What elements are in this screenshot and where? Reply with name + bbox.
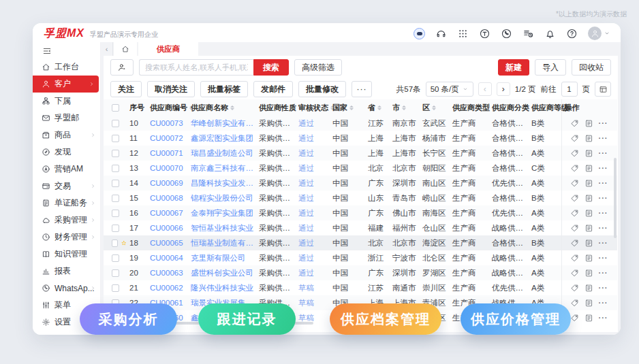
sidebar-item-purchase-mgmt[interactable]: 采购管理 [33,212,100,229]
sidebar-item-marketing-am[interactable]: 营销AM [33,161,100,178]
tag-icon[interactable] [570,209,579,218]
cell-code[interactable]: CU00070 [147,161,188,176]
row-checkbox[interactable] [112,165,119,172]
sidebar-item-report[interactable]: 报表 [33,263,100,280]
detail-icon[interactable] [585,149,593,158]
tag-icon[interactable] [570,149,579,158]
row-checkbox[interactable] [112,239,118,247]
sidebar-collapse-icon[interactable] [33,44,100,59]
row-more-icon[interactable]: ··· [599,194,608,202]
column-header-type[interactable]: 供应商类型 [450,99,489,116]
send-mail-button[interactable]: 发邮件 [253,81,293,97]
detail-icon[interactable] [585,209,593,218]
phone-icon[interactable] [501,28,512,39]
detail-icon[interactable] [585,134,593,143]
prev-page-button[interactable]: ‹ [478,82,492,96]
row-more-icon[interactable]: ··· [599,299,608,307]
sort-icon[interactable] [377,105,381,110]
tab-back-chevron-icon[interactable]: ‹ [101,42,113,56]
detail-icon[interactable] [585,164,593,173]
column-header-city[interactable]: 市 [390,99,420,116]
tag-icon[interactable] [570,179,579,188]
cell-name[interactable]: 鑫源宏图实业集团 [188,131,256,146]
batch-edit-button[interactable]: 批量修改 [298,81,346,97]
cell-code[interactable]: CU00064 [147,250,188,265]
row-more-icon[interactable]: ··· [599,164,608,172]
cell-name[interactable]: 昌隆科技实业发展... [188,176,256,191]
row-more-icon[interactable]: ··· [599,224,608,232]
column-header-district[interactable]: 区 [420,99,450,116]
detail-icon[interactable] [585,314,593,322]
new-button[interactable]: 新建 [498,59,529,76]
sidebar-item-subordinate[interactable]: 下属 [33,93,100,110]
search-input[interactable] [139,59,253,76]
column-header-category[interactable]: 供应商分类 [489,99,529,116]
help-icon[interactable] [566,28,578,39]
row-more-icon[interactable]: ··· [599,179,608,187]
tag-icon[interactable] [570,269,579,278]
headset-icon[interactable] [435,28,447,39]
cell-name[interactable]: 南京鑫三科技有限... [188,161,256,176]
advanced-filter-button[interactable]: 高级筛选 [294,59,342,76]
sidebar-item-product[interactable]: 商品 [33,127,100,144]
detail-icon[interactable] [585,194,593,203]
row-more-icon[interactable]: ··· [599,149,608,157]
column-header-status[interactable]: 审核状态 [296,99,330,116]
row-checkbox[interactable] [112,180,119,187]
cell-code[interactable]: CU00067 [147,205,188,220]
favorite-star-icon[interactable] [121,239,127,248]
cell-code[interactable]: CU00071 [147,146,188,161]
cell-code[interactable]: CU00065 [147,235,188,250]
row-checkbox[interactable] [112,150,119,157]
row-checkbox[interactable] [112,210,119,217]
goto-page-input[interactable] [561,82,578,97]
detail-icon[interactable] [585,254,593,263]
cell-name[interactable]: 克里斯有限公司 [188,250,256,265]
apps-grid-icon[interactable] [457,28,469,39]
row-checkbox[interactable] [112,135,119,142]
tag-icon[interactable] [570,299,579,308]
select-all-checkbox[interactable] [112,104,119,112]
sidebar-item-finance-mgmt[interactable]: 财务管理 [33,229,100,246]
recycle-bin-button[interactable]: 回收站 [572,59,611,76]
vertical-scrollbar[interactable] [614,158,617,238]
tag-icon[interactable] [570,164,579,173]
row-more-icon[interactable]: ··· [599,314,608,322]
search-button[interactable]: 搜索 [253,59,289,76]
sidebar-item-whatsapp[interactable]: WhatsAp... [33,280,100,297]
row-more-icon[interactable]: ··· [599,239,608,247]
follow-button[interactable]: 关注 [110,81,142,97]
pill-follow-up-records[interactable]: 跟进记录 [198,303,296,335]
sort-icon[interactable] [432,105,436,110]
cell-code[interactable]: CU00062 [147,280,188,295]
sort-icon[interactable] [349,105,354,110]
contact-filter-button[interactable] [110,59,134,76]
detail-icon[interactable] [585,179,593,188]
sidebar-item-fumeng-mail[interactable]: 孚盟邮 [33,110,100,127]
row-checkbox[interactable] [112,269,119,277]
cell-code[interactable]: CU00066 [147,220,188,235]
table-settings-button[interactable] [595,82,611,97]
row-more-icon[interactable]: ··· [599,254,608,262]
cell-name[interactable]: 瑞昌盛业制造公司 [188,146,256,161]
row-more-icon[interactable]: ··· [599,119,608,127]
tag-icon[interactable] [570,134,579,143]
sidebar-item-shipping-docs[interactable]: 单证船务 [33,195,100,212]
column-header-name[interactable]: 供应商名称 [188,99,256,116]
row-checkbox[interactable] [112,120,119,127]
detail-icon[interactable] [585,284,593,293]
cell-code[interactable]: CU00069 [147,176,188,191]
tag-icon[interactable] [570,314,579,322]
tab-home[interactable] [114,42,137,56]
unfollow-button[interactable]: 取消关注 [147,81,195,97]
sidebar-item-discover[interactable]: 发现 [33,144,100,161]
detail-icon[interactable] [585,269,593,278]
detail-icon[interactable] [585,119,593,128]
pill-supply-archive-management[interactable]: 供应档案管理 [330,303,441,335]
sidebar-item-knowledge-mgmt[interactable]: 知识管理 [33,246,100,263]
cell-name[interactable]: 锦程实业股份公司 [188,191,256,205]
detail-icon[interactable] [585,224,593,233]
cell-name[interactable]: 恒瑞基业制造有限... [188,235,256,250]
row-checkbox[interactable] [112,225,119,232]
cell-code[interactable]: CU00073 [147,116,188,131]
